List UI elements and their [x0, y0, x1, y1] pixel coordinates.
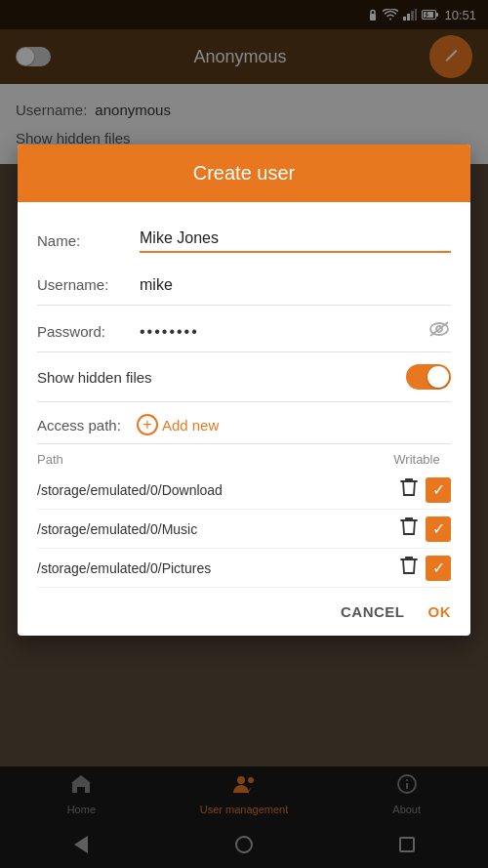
path-row-2: /storage/emulated/0/Pictures ✓ [37, 549, 451, 588]
username-input[interactable] [140, 274, 451, 296]
delete-path-0-button[interactable] [400, 476, 418, 503]
cancel-button[interactable]: CANCEL [341, 603, 405, 620]
show-hidden-files-row: Show hidden files [37, 352, 451, 402]
password-label: Password: [37, 323, 140, 340]
trash-icon [400, 516, 418, 537]
password-value: •••••••• [140, 323, 427, 341]
writable-checkbox-1[interactable]: ✓ [426, 517, 451, 542]
dialog-body: Name: Username: Password: •••••••• [18, 202, 470, 588]
writable-checkbox-0[interactable]: ✓ [426, 477, 451, 503]
delete-path-1-button[interactable] [400, 516, 418, 542]
access-path-row: Access path: + Add new [37, 402, 451, 444]
add-circle-icon: + [137, 414, 158, 435]
path-value-2: /storage/emulated/0/Pictures [37, 560, 400, 576]
name-field-row: Name: [37, 212, 451, 259]
path-column-header: Path [37, 452, 383, 467]
username-label: Username: [37, 276, 140, 293]
trash-icon [400, 476, 418, 498]
path-table: Path Writable /storage/emulated/0/Downlo… [37, 444, 451, 588]
path-value-0: /storage/emulated/0/Download [37, 482, 400, 498]
path-table-header: Path Writable [37, 448, 451, 471]
show-hidden-files-label: Show hidden files [37, 369, 406, 386]
name-input[interactable] [140, 227, 451, 249]
access-path-label: Access path: [37, 417, 121, 434]
path-value-1: /storage/emulated/0/Music [37, 521, 400, 537]
add-new-button[interactable]: + Add new [137, 414, 219, 435]
eye-slash-icon [427, 320, 451, 338]
add-new-label: Add new [162, 417, 219, 434]
show-hidden-files-toggle[interactable] [406, 364, 451, 390]
path-row-0: /storage/emulated/0/Download ✓ [37, 471, 451, 510]
name-label: Name: [37, 232, 140, 249]
path-row-1: /storage/emulated/0/Music ✓ [37, 510, 451, 549]
delete-path-2-button[interactable] [400, 555, 418, 581]
create-user-dialog: Create user Name: Username: Password: ••… [18, 145, 470, 636]
ok-button[interactable]: OK [428, 603, 452, 620]
toggle-password-visibility-icon[interactable] [427, 320, 451, 343]
trash-icon [400, 555, 418, 576]
dialog-title: Create user [193, 162, 296, 184]
writable-column-header: Writable [383, 452, 451, 467]
writable-checkbox-2[interactable]: ✓ [426, 556, 451, 581]
username-field-row: Username: [37, 259, 451, 306]
dialog-actions: CANCEL OK [18, 588, 470, 636]
password-field-row: Password: •••••••• [37, 306, 451, 352]
dialog-header: Create user [18, 145, 470, 202]
